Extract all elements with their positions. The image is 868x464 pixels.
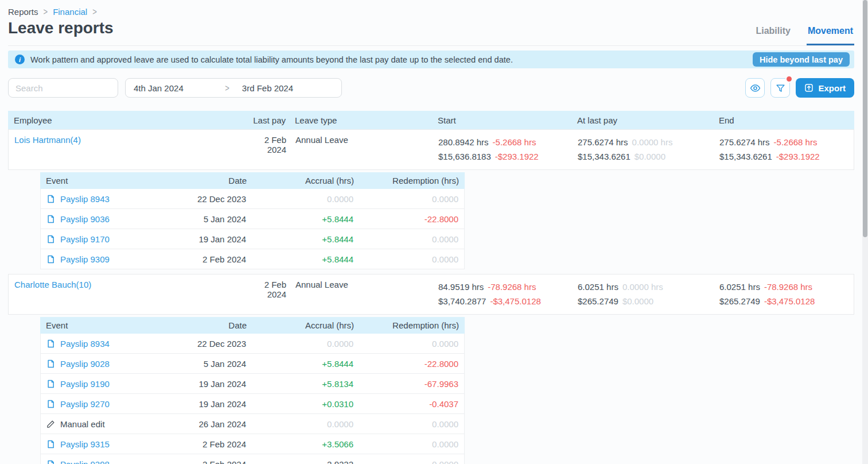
view-columns-button[interactable] — [745, 78, 765, 98]
breadcrumb-item-reports[interactable]: Reports — [8, 7, 38, 17]
event-row: Payslip 8934 22 Dec 2023 0.0000 0.0000 — [40, 334, 465, 354]
event-row: Payslip 9315 2 Feb 2024 +3.5066 0.0000 — [40, 434, 465, 454]
payslip-link[interactable]: Payslip 9398 — [60, 459, 110, 464]
event-row: Payslip 8943 22 Dec 2023 0.0000 0.0000 — [40, 189, 465, 209]
leave-table-header: Employee Last pay Leave type Start At la… — [8, 111, 854, 129]
header-end: End — [719, 115, 854, 125]
event-date: 22 Dec 2023 — [149, 339, 246, 349]
date-range-picker[interactable]: 4th Jan 2024 > 3rd Feb 2024 — [125, 78, 342, 98]
leave-type-value: Annual Leave — [286, 280, 438, 308]
tab-movement[interactable]: Movement — [807, 26, 854, 45]
banner-text: Work pattern and approved leave are used… — [30, 55, 513, 64]
accrual-value: +5.8134 — [246, 379, 353, 389]
redemption-value: 0.0000 — [353, 439, 458, 449]
chevron-right-icon: > — [44, 6, 48, 17]
date-start: 4th Jan 2024 — [134, 83, 225, 93]
event-date: 19 Jan 2024 — [149, 379, 246, 389]
title-row: Leave reports Liability Movement — [8, 19, 854, 46]
info-icon: i — [15, 55, 25, 64]
accrual-value: +5.8444 — [246, 214, 353, 224]
accrual-value: +0.0310 — [246, 399, 353, 409]
redemption-value: 0.0000 — [353, 339, 458, 349]
breadcrumb: Reports > Financial > — [8, 0, 854, 17]
accrual-value: 0.0000 — [246, 339, 353, 349]
accrual-value: +5.8444 — [246, 234, 353, 244]
event-row: Payslip 9190 19 Jan 2024 +5.8134 -67.996… — [40, 374, 465, 394]
start-cell: 84.9519 hrs-78.9268 hrs $3,740.2877-$3,4… — [438, 280, 578, 308]
event-date: 19 Jan 2024 — [149, 234, 246, 244]
event-date: 5 Jan 2024 — [149, 359, 246, 369]
accrual-value: +5.8444 — [246, 254, 353, 264]
employee-name-link[interactable]: Lois Hartmann(4) — [14, 135, 81, 145]
event-row: Payslip 9270 19 Jan 2024 +0.0310 -0.4037 — [40, 394, 465, 414]
header-accrual: Accrual (hrs) — [247, 320, 354, 330]
chevron-right-icon: > — [225, 83, 229, 94]
events-header: Event Date Accrual (hrs) Redemption (hrs… — [40, 172, 465, 189]
header-date: Date — [149, 176, 247, 185]
employee-row: Charlotte Bauch(10) 2 Feb 2024 Annual Le… — [8, 274, 854, 315]
manual-edit-label: Manual edit — [60, 419, 105, 429]
redemption-value: 0.0000 — [353, 459, 458, 464]
payslip-icon — [46, 235, 55, 243]
header-leave-type: Leave type — [286, 115, 438, 125]
event-row: Payslip 9036 5 Jan 2024 +5.8444 -22.8000 — [40, 209, 465, 229]
scrollbar-track[interactable] — [862, 0, 868, 464]
header-employee: Employee — [8, 115, 244, 125]
event-row: Payslip 9028 5 Jan 2024 +5.8444 -22.8000 — [40, 354, 465, 374]
tab-liability[interactable]: Liability — [754, 26, 791, 45]
payslip-link[interactable]: Payslip 9270 — [60, 399, 110, 409]
header-event: Event — [46, 320, 149, 330]
header-start: Start — [438, 115, 577, 125]
header-date: Date — [149, 320, 247, 330]
end-cell: 6.0251 hrs-78.9268 hrs $265.2749-$3,475.… — [719, 280, 854, 308]
payslip-link[interactable]: Payslip 9036 — [60, 214, 110, 224]
info-banner: i Work pattern and approved leave are us… — [8, 51, 854, 68]
employee-name-link[interactable]: Charlotte Bauch(10) — [14, 280, 91, 289]
payslip-icon — [46, 359, 55, 368]
search-input[interactable] — [8, 78, 118, 98]
payslip-icon — [46, 400, 55, 408]
header-at-last-pay: At last pay — [577, 115, 719, 125]
accrual-value: 0.0000 — [246, 194, 353, 204]
leave-type-value: Annual Leave — [286, 135, 438, 164]
payslip-link[interactable]: Payslip 8934 — [60, 339, 110, 349]
event-date: 5 Jan 2024 — [149, 214, 246, 224]
redemption-value: 0.0000 — [353, 419, 458, 429]
accrual-value: +5.8444 — [246, 359, 353, 369]
payslip-link[interactable]: Payslip 9315 — [60, 439, 110, 449]
redemption-value: 0.0000 — [353, 254, 458, 264]
notification-dot — [785, 75, 793, 83]
end-cell: 275.6274 hrs-5.2668 hrs $15,343.6261-$29… — [719, 135, 854, 164]
scrollbar-thumb[interactable] — [863, 0, 867, 237]
payslip-link[interactable]: Payslip 9028 — [60, 359, 110, 369]
event-row: Payslip 9309 2 Feb 2024 +5.8444 0.0000 — [40, 249, 465, 269]
hide-beyond-last-pay-button[interactable]: Hide beyond last pay — [753, 52, 850, 67]
last-pay-value: 2 Feb 2024 — [245, 135, 286, 164]
export-button[interactable]: Export — [796, 78, 854, 98]
payslip-link[interactable]: Payslip 8943 — [60, 194, 110, 204]
last-pay-value: 2 Feb 2024 — [245, 280, 286, 308]
table-actions: Export — [745, 78, 854, 98]
start-cell: 280.8942 hrs-5.2668 hrs $15,636.8183-$29… — [438, 135, 578, 164]
breadcrumb-item-financial[interactable]: Financial — [53, 7, 87, 17]
page-title: Leave reports — [8, 19, 114, 45]
payslip-link[interactable]: Payslip 9309 — [60, 254, 110, 264]
payslip-icon — [46, 255, 55, 264]
filter-button[interactable] — [770, 78, 790, 98]
pencil-icon — [46, 420, 55, 428]
payslip-link[interactable]: Payslip 9170 — [60, 234, 110, 244]
redemption-value: 0.0000 — [353, 234, 458, 244]
redemption-value: -22.8000 — [353, 359, 458, 369]
at-last-pay-cell: 6.0251 hrs0.0000 hrs $265.2749$0.0000 — [578, 280, 719, 308]
event-row: Payslip 9398 2 Feb 2024 -2.9222 0.0000 — [40, 454, 465, 464]
payslip-icon — [46, 195, 55, 203]
event-date: 2 Feb 2024 — [149, 459, 246, 464]
employee-row: Lois Hartmann(4) 2 Feb 2024 Annual Leave… — [8, 129, 854, 170]
event-date: 19 Jan 2024 — [149, 399, 246, 409]
filter-icon — [776, 83, 785, 93]
redemption-value: -67.9963 — [353, 379, 458, 389]
payslip-link[interactable]: Payslip 9190 — [60, 379, 110, 389]
event-date: 2 Feb 2024 — [149, 254, 246, 264]
events-table: Event Date Accrual (hrs) Redemption (hrs… — [40, 172, 465, 269]
header-redemption: Redemption (hrs) — [354, 176, 459, 185]
